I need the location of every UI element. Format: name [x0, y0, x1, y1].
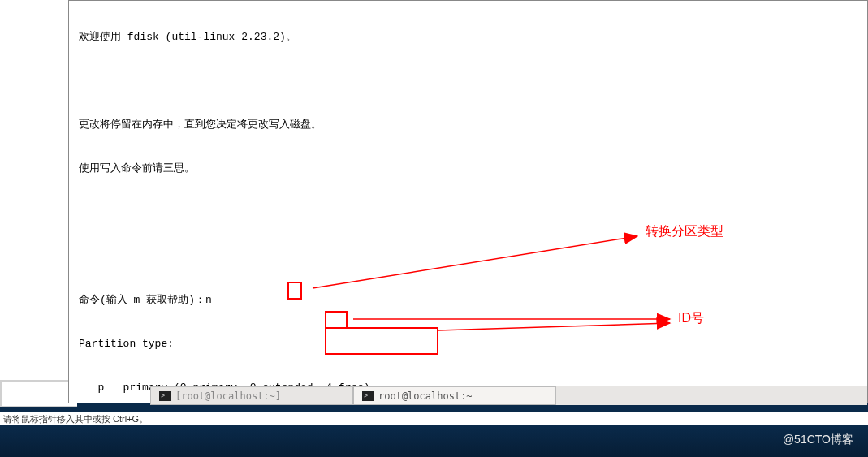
taskbar-tab-label: root@localhost:~ — [378, 390, 473, 402]
highlight-box-hexcode-8e — [325, 311, 348, 329]
terminal-icon: >_ — [362, 391, 374, 401]
terminal-line: 命令(输入 m 获取帮助)：n — [79, 293, 857, 308]
terminal-line — [79, 249, 857, 264]
terminal-icon: >_ — [159, 391, 171, 401]
terminal-line: 欢迎使用 fdisk (util-linux 2.23.2)。 — [79, 30, 857, 45]
taskbar-tab-label: [root@localhost:~] — [175, 390, 281, 402]
taskbar: >_ [root@localhost:~] >_ root@localhost:… — [150, 386, 867, 405]
terminal-line: 使用写入命令前请三思。 — [79, 162, 857, 176]
desktop-background: @51CTO博客 — [0, 425, 868, 457]
window-left-margin — [0, 0, 68, 403]
terminal-line: 更改将停留在内存中，直到您决定将更改写入磁盘。 — [79, 118, 857, 132]
annotation-arrows — [69, 1, 868, 382]
annotation-id-number: ID号 — [678, 311, 704, 326]
terminal-line: Partition type: — [79, 337, 857, 351]
watermark-text: @51CTO博客 — [783, 433, 853, 447]
terminal-content[interactable]: 欢迎使用 fdisk (util-linux 2.23.2)。 更改将停留在内存… — [69, 1, 867, 382]
taskbar-tab-2[interactable]: >_ root@localhost:~ — [353, 386, 556, 405]
terminal-window: 欢迎使用 fdisk (util-linux 2.23.2)。 更改将停留在内存… — [68, 0, 868, 403]
window-border-corner — [0, 380, 77, 407]
arrow-to-id-label-bottom — [438, 323, 670, 330]
terminal-line — [79, 205, 857, 220]
vm-hint-bar: 请将鼠标指针移入其中或按 Ctrl+G。 — [0, 412, 868, 425]
taskbar-tab-1[interactable]: >_ [root@localhost:~] — [150, 386, 353, 405]
annotation-convert-partition-type: 转换分区类型 — [646, 224, 723, 239]
terminal-line — [79, 74, 857, 88]
